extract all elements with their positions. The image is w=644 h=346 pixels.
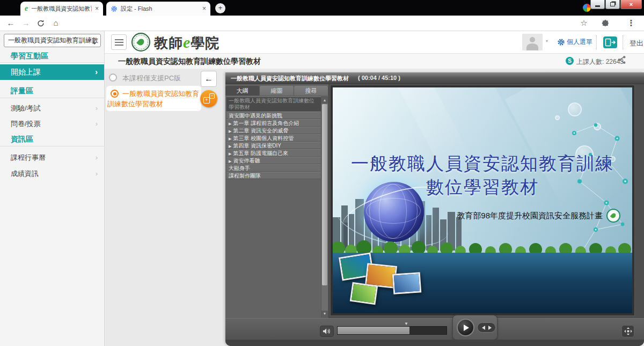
tab-outline[interactable]: 大綱 (225, 86, 260, 95)
chapter-label: 課程製作團隊 (229, 173, 261, 179)
chapter-label: 一般教職人員資安認知教育訓練數位學習教材 (229, 98, 314, 110)
window-close-button[interactable]: × (620, 0, 642, 9)
tab-title: 一般教職員資安認知教育訓練數 (31, 5, 92, 13)
chapter-item[interactable]: ▶第四章 資訊保密DIY (226, 142, 321, 149)
share-icon[interactable] (617, 55, 626, 64)
sidebar-item-start-class[interactable]: 開始上課 › (0, 64, 104, 80)
scroll-down-icon[interactable]: ▼ (321, 311, 328, 317)
user-avatar[interactable] (522, 34, 543, 50)
divider (0, 62, 105, 63)
chapter-label: 大顯身手 (229, 165, 250, 171)
zoom-out-square-icon: − (209, 93, 215, 99)
scroll-up-icon[interactable]: ▲ (321, 97, 328, 104)
radio-pc-only[interactable] (109, 73, 117, 82)
expand-arrow-icon[interactable]: ▶ (229, 144, 231, 148)
playback-cluster (452, 315, 497, 340)
tab-thumbnails[interactable]: 縮圖 (260, 86, 294, 95)
radio-course-label: 一般教職員資安認知教育訓練數位學習教材 (107, 89, 200, 109)
scrollbar-thumb[interactable] (322, 104, 327, 285)
chevron-right-icon: › (96, 119, 98, 129)
window-minimize-button[interactable] (590, 0, 605, 9)
extensions-puzzle-icon[interactable] (600, 19, 611, 28)
player-title: 一般教職人員資安認知教育訓練數位學習教材 (231, 75, 349, 83)
slide-canvas[interactable]: 一般教職人員資安認知教育訓練 數位學習教材 教育部98年度提升校園資訊安全服務計… (333, 87, 632, 313)
progress-marker-icon[interactable]: ▼ (404, 321, 408, 326)
sidebar-item-test[interactable]: 測驗/考試 › (0, 103, 104, 114)
expand-arrow-icon[interactable]: ▶ (229, 137, 231, 141)
reload-icon[interactable] (35, 19, 46, 27)
tab-search[interactable]: 搜尋 (294, 86, 328, 95)
chapter-item[interactable]: ▶第一章 課程前言及角色介紹 (226, 119, 321, 127)
course-player: 一般教職人員資安認知教育訓練數位學習教材 ( 00:04 / 45:10 ) 大… (225, 72, 644, 346)
sidebar-item-calendar[interactable]: 課程行事曆 › (0, 152, 104, 163)
course-journal-button[interactable] (603, 36, 617, 50)
hamburger-menu-button[interactable] (111, 34, 127, 50)
expand-arrow-icon[interactable]: ▶ (229, 129, 231, 133)
chapter-item[interactable]: 大顯身手 (226, 164, 321, 172)
site-brand: 教師e學院 (154, 33, 219, 53)
chapter-label: 第一章 課程前言及角色介紹 (233, 120, 299, 126)
window-restore-button[interactable] (605, 0, 620, 9)
chapter-item[interactable]: 課程製作團隊 (226, 172, 321, 179)
course-select-dropdown[interactable]: 一般教職員資安認知教育訓練數 (4, 34, 101, 47)
home-icon[interactable]: ⌂ (50, 18, 61, 27)
play-icon (464, 325, 469, 331)
divider (623, 35, 623, 49)
browser-menu-dots-icon[interactable]: ⋮ (626, 18, 636, 28)
tab-close-icon[interactable]: × (202, 5, 206, 12)
bookmark-star-icon[interactable]: ☆ (579, 18, 589, 28)
attendance-badge-icon: S (566, 57, 574, 65)
sidebar-item-label: 問卷/投票 (11, 120, 41, 128)
browser-tab-flash-settings[interactable]: 設定 - Flash × (106, 2, 210, 16)
player-outline-panel: 大綱 縮圖 搜尋 一般教職人員資安認知教育訓練數位學習教材 資安園中遇見的新挑戰… (225, 84, 329, 318)
sidebar-item-label: 成績資訊 (11, 170, 39, 178)
avatar-caret-icon[interactable]: ▾ (546, 39, 548, 43)
new-tab-button[interactable]: + (215, 3, 225, 13)
fullscreen-button[interactable] (621, 325, 634, 337)
expand-arrow-icon[interactable]: ▶ (229, 122, 231, 126)
moe-logo (131, 33, 150, 51)
chapter-item[interactable]: ▶第五章 防護電腦自己來 (226, 149, 321, 157)
tab-close-icon[interactable]: × (95, 5, 99, 12)
player-time: ( 00:04 / 45:10 ) (358, 75, 400, 81)
course-select-value: 一般教職員資安認知教育訓練數 (8, 36, 98, 44)
previous-slide-icon[interactable] (482, 326, 485, 330)
sidebar-item-vote[interactable]: 問卷/投票 › (0, 119, 104, 129)
browser-tab-active[interactable]: e 一般教職員資安認知教育訓練數 × (20, 2, 103, 16)
chapter-item[interactable]: ▶資安停看聽 (226, 157, 321, 164)
nav-forward-icon: → (20, 18, 31, 27)
tab-title: 設定 - Flash (121, 5, 199, 13)
player-control-bar: ▼ (225, 318, 644, 340)
player-title-bar: 一般教職人員資安認知教育訓練數位學習教材 ( 00:04 / 45:10 ) (225, 72, 644, 84)
speaker-icon (323, 328, 331, 335)
bubble-graphic (568, 102, 582, 116)
expand-arrow-icon[interactable]: ▶ (229, 159, 231, 163)
play-button[interactable] (457, 319, 474, 336)
radio-course-option[interactable]: 一般教職員資安認知教育訓練數位學習教材 (106, 86, 201, 111)
chevron-right-icon: › (96, 152, 98, 163)
sidebar-item-grades[interactable]: 成績資訊 › (0, 168, 104, 179)
chapter-item[interactable]: 一般教職人員資安認知教育訓練數位學習教材 (226, 97, 321, 112)
next-slide-icon[interactable] (488, 326, 492, 330)
sidebar-item-label: 課程行事曆 (11, 153, 46, 161)
chevron-right-icon: › (96, 103, 98, 114)
chapter-scrollbar[interactable]: ▲ ▼ (321, 97, 328, 318)
progress-bar[interactable]: ▼ (337, 326, 447, 335)
nav-back-icon[interactable]: ← (5, 18, 16, 27)
chapter-label: 資安停看聽 (233, 158, 260, 164)
tab-strip: e 一般教職員資安認知教育訓練數 × 設定 - Flash × + × (0, 0, 644, 16)
personal-menu-button[interactable]: 個人選單 (557, 38, 592, 47)
window-controls: × (590, 0, 642, 9)
window-toggle-button[interactable]: + − (200, 90, 217, 107)
expand-arrow-icon[interactable]: ▶ (229, 152, 231, 156)
chapter-item[interactable]: ▶第三章 校園個人資料控管 (226, 134, 321, 142)
volume-button[interactable] (320, 326, 334, 337)
journal-exit-icon (603, 36, 617, 48)
logout-button[interactable]: 登出 (630, 39, 643, 48)
chapter-item[interactable]: ▶第二章 資訊安全的威脅 (226, 127, 321, 134)
chapter-item[interactable]: 資安園中遇見的新挑戰 (226, 112, 321, 119)
chapter-label: 資安園中遇見的新挑戰 (229, 113, 282, 119)
brand-e: e (183, 33, 191, 51)
collapse-back-button[interactable]: ← (201, 71, 217, 87)
divider (0, 146, 105, 146)
